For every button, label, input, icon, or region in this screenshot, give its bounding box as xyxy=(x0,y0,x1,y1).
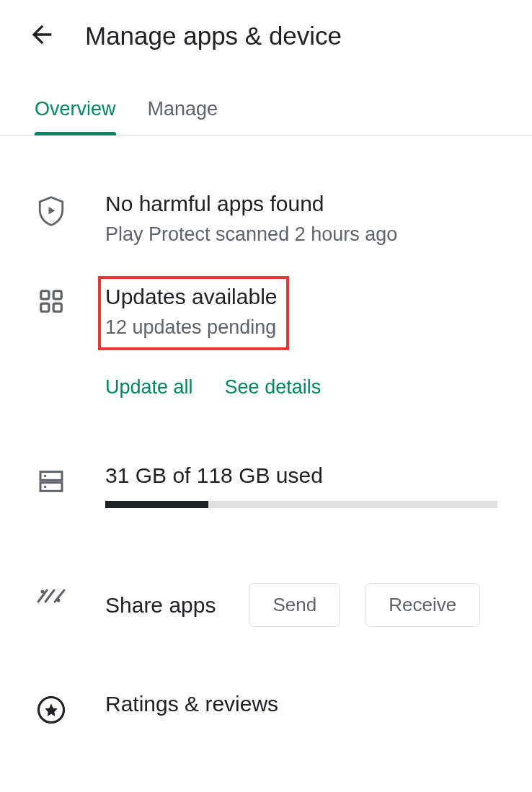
update-all-button[interactable]: Update all xyxy=(105,376,193,399)
svg-point-6 xyxy=(44,475,46,477)
star-circle-icon xyxy=(35,692,68,725)
ratings-label: Ratings & reviews xyxy=(105,692,497,716)
svg-rect-1 xyxy=(53,291,61,299)
storage-label: 31 GB of 118 GB used xyxy=(105,463,497,488)
see-details-button[interactable]: See details xyxy=(225,376,322,399)
svg-point-9 xyxy=(41,590,45,594)
svg-rect-5 xyxy=(40,483,62,491)
share-apps-card: Share apps Send Receive xyxy=(35,515,497,634)
protect-title: No harmful apps found xyxy=(105,192,497,216)
tab-overview[interactable]: Overview xyxy=(35,98,116,135)
shield-play-icon xyxy=(35,192,68,228)
share-apps-label: Share apps xyxy=(105,593,216,618)
storage-progress-fill xyxy=(105,501,208,508)
svg-rect-4 xyxy=(40,472,62,481)
back-arrow-icon[interactable] xyxy=(27,20,56,52)
apps-grid-icon xyxy=(35,285,68,315)
send-button[interactable]: Send xyxy=(249,583,340,627)
storage-icon xyxy=(35,463,68,497)
tab-bar: Overview Manage xyxy=(0,98,532,135)
protect-subtitle: Play Protect scanned 2 hours ago xyxy=(105,223,497,246)
ratings-reviews-card[interactable]: Ratings & reviews xyxy=(35,634,497,732)
storage-card[interactable]: 31 GB of 118 GB used xyxy=(35,406,497,515)
updates-title: Updates available xyxy=(105,285,278,309)
play-protect-card[interactable]: No harmful apps found Play Protect scann… xyxy=(35,135,497,253)
app-header: Manage apps & device xyxy=(0,0,532,72)
updates-card[interactable]: Updates available 12 updates pending Upd… xyxy=(35,253,497,406)
share-nearby-icon xyxy=(35,583,68,606)
svg-point-8 xyxy=(57,599,61,602)
receive-button[interactable]: Receive xyxy=(365,583,480,627)
svg-rect-0 xyxy=(41,291,49,299)
svg-point-7 xyxy=(44,486,46,488)
tab-manage[interactable]: Manage xyxy=(148,98,218,135)
svg-rect-3 xyxy=(53,303,61,311)
updates-subtitle: 12 updates pending xyxy=(105,316,278,339)
page-title: Manage apps & device xyxy=(85,22,342,50)
updates-highlight: Updates available 12 updates pending xyxy=(98,276,289,350)
storage-progress-bar xyxy=(105,501,497,508)
svg-rect-2 xyxy=(41,303,49,311)
